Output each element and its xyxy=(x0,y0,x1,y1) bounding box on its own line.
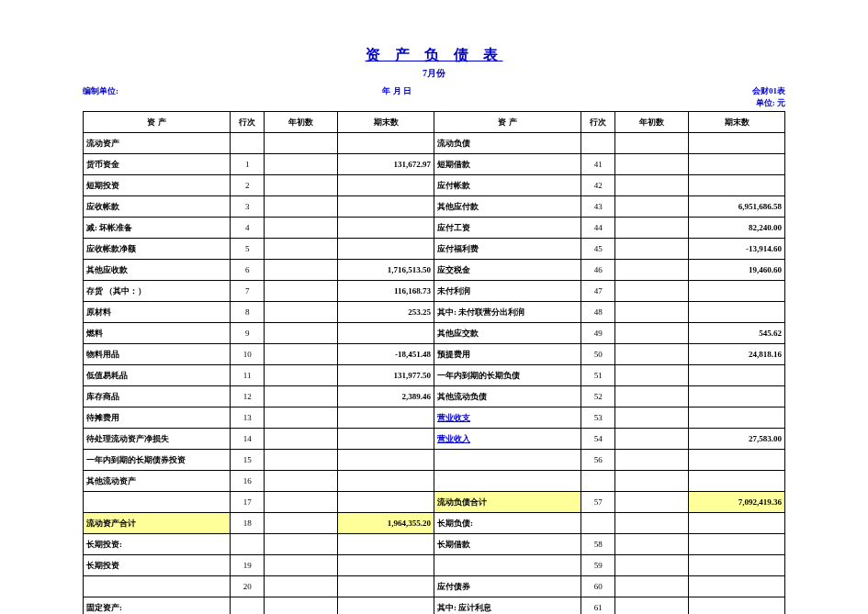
asset-begin xyxy=(265,450,338,471)
asset-end: 131,977.50 xyxy=(338,365,434,386)
asset-label: 燃料 xyxy=(84,323,231,344)
liab-end xyxy=(689,154,785,175)
liab-end xyxy=(689,555,785,576)
table-row: 其他流动资产16 xyxy=(84,471,785,492)
liab-end xyxy=(689,302,785,323)
asset-end: 116,168.73 xyxy=(338,281,434,302)
liab-label: 营业收入 xyxy=(434,429,581,450)
liab-label xyxy=(434,555,581,576)
table-row: 库存商品122,389.46其他流动负债52 xyxy=(84,386,785,407)
liab-row-num: 53 xyxy=(581,407,615,429)
liab-label: 长期负债: xyxy=(434,513,581,534)
liab-end xyxy=(689,365,785,386)
meta-left: 编制单位: xyxy=(83,85,118,97)
asset-end xyxy=(338,429,434,450)
liab-end: 24,818.16 xyxy=(689,344,785,365)
liab-row-num: 43 xyxy=(581,196,615,218)
liab-row-num: 59 xyxy=(581,555,615,576)
table-row: 长期投资:长期借款58 xyxy=(84,534,785,555)
asset-end xyxy=(338,323,434,344)
asset-row-num: 5 xyxy=(231,239,265,260)
liab-row-num: 61 xyxy=(581,597,615,615)
asset-begin xyxy=(265,492,338,513)
liab-begin xyxy=(615,133,689,154)
table-row: 燃料9其他应交款49545.62 xyxy=(84,323,785,344)
liab-label: 流动负债合计 xyxy=(434,492,581,513)
asset-end xyxy=(338,175,434,196)
liab-begin xyxy=(615,492,689,513)
th-row-r: 行次 xyxy=(581,112,615,133)
asset-row-num: 20 xyxy=(231,576,265,597)
liab-label: 其他应交款 xyxy=(434,323,581,344)
asset-row-num: 1 xyxy=(231,154,265,175)
asset-begin xyxy=(265,133,338,154)
asset-end xyxy=(338,597,434,615)
liab-row-num xyxy=(581,471,615,492)
liab-end xyxy=(689,133,785,154)
meta-row: 编制单位: 年 月 日 会财01表 xyxy=(83,85,785,97)
asset-label: 低值易耗品 xyxy=(84,365,231,386)
asset-row-num: 3 xyxy=(231,196,265,218)
liab-begin xyxy=(615,576,689,597)
asset-label: 待摊费用 xyxy=(84,407,231,429)
asset-begin xyxy=(265,239,338,260)
asset-begin xyxy=(265,386,338,407)
liab-row-num: 54 xyxy=(581,429,615,450)
asset-label: 长期投资 xyxy=(84,555,231,576)
liab-label: 其他流动负债 xyxy=(434,386,581,407)
liab-row-num: 45 xyxy=(581,239,615,260)
asset-end xyxy=(338,218,434,239)
liab-end: -13,914.60 xyxy=(689,239,785,260)
liab-row-num: 47 xyxy=(581,281,615,302)
liab-row-num: 42 xyxy=(581,175,615,196)
liab-begin xyxy=(615,344,689,365)
meta-right2: 单位: 元 xyxy=(675,97,785,109)
asset-row-num xyxy=(231,534,265,555)
liab-row-num: 46 xyxy=(581,260,615,281)
asset-end xyxy=(338,534,434,555)
asset-end xyxy=(338,576,434,597)
liab-label: 应付债券 xyxy=(434,576,581,597)
asset-row-num: 11 xyxy=(231,365,265,386)
liab-row-num: 56 xyxy=(581,450,615,471)
liab-end: 7,092,419.36 xyxy=(689,492,785,513)
asset-end xyxy=(338,133,434,154)
asset-begin xyxy=(265,218,338,239)
asset-label: 长期投资: xyxy=(84,534,231,555)
liab-label: 未付利润 xyxy=(434,281,581,302)
liab-label xyxy=(434,471,581,492)
table-row: 一年内到期的长期债券投资1556 xyxy=(84,450,785,471)
table-row: 长期投资1959 xyxy=(84,555,785,576)
liab-label xyxy=(434,450,581,471)
liab-row-num: 57 xyxy=(581,492,615,513)
asset-label: 待处理流动资产净损失 xyxy=(84,429,231,450)
liab-end xyxy=(689,513,785,534)
asset-label: 一年内到期的长期债券投资 xyxy=(84,450,231,471)
table-row: 货币资金1131,672.97短期借款41 xyxy=(84,154,785,175)
liab-end xyxy=(689,175,785,196)
asset-row-num: 12 xyxy=(231,386,265,407)
asset-begin xyxy=(265,576,338,597)
header-row: 资 产 行次 年初数 期末数 资 产 行次 年初数 期末数 xyxy=(84,112,785,133)
liab-begin xyxy=(615,407,689,429)
liab-end xyxy=(689,407,785,429)
liab-end: 82,240.00 xyxy=(689,218,785,239)
liab-begin xyxy=(615,471,689,492)
liab-end xyxy=(689,576,785,597)
asset-label xyxy=(84,492,231,513)
asset-end: 253.25 xyxy=(338,302,434,323)
asset-row-num xyxy=(231,133,265,154)
asset-end: 2,389.46 xyxy=(338,386,434,407)
th-end-r: 期末数 xyxy=(689,112,785,133)
liab-end: 27,583.00 xyxy=(689,429,785,450)
asset-row-num: 8 xyxy=(231,302,265,323)
asset-label: 减: 坏帐准备 xyxy=(84,218,231,239)
table-row: 短期投资2应付帐款42 xyxy=(84,175,785,196)
asset-row-num: 6 xyxy=(231,260,265,281)
asset-label: 流动资产 xyxy=(84,133,231,154)
liab-end: 6,951,686.58 xyxy=(689,196,785,218)
liab-begin xyxy=(615,302,689,323)
asset-begin xyxy=(265,597,338,615)
liab-row-num: 60 xyxy=(581,576,615,597)
asset-end xyxy=(338,492,434,513)
